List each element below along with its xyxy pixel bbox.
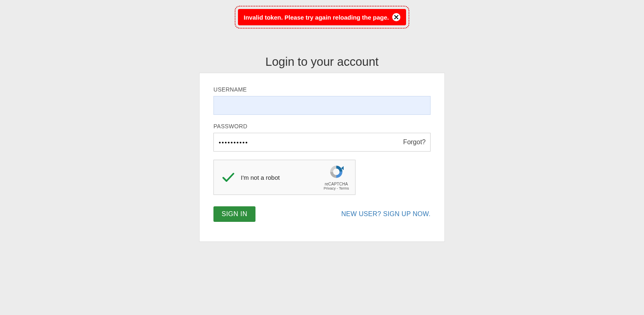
close-icon[interactable] — [392, 13, 400, 21]
username-field-block: USERNAME — [213, 86, 431, 115]
checkmark-icon — [214, 170, 241, 184]
recaptcha-widget[interactable]: I'm not a robot reCAPTCHA Privacy - Term… — [213, 160, 355, 195]
action-row: SIGN IN NEW USER? SIGN UP NOW. — [213, 206, 431, 222]
password-label: PASSWORD — [213, 123, 431, 130]
recaptcha-terms-link[interactable]: Terms — [339, 186, 349, 190]
recaptcha-label: I'm not a robot — [241, 174, 280, 181]
error-toast-container: Invalid token. Please try again reloadin… — [235, 6, 409, 29]
recaptcha-icon — [329, 174, 344, 181]
recaptcha-privacy-link[interactable]: Privacy — [324, 186, 336, 190]
username-label: USERNAME — [213, 86, 431, 93]
recaptcha-brand-text: reCAPTCHA — [322, 182, 351, 186]
password-input-wrap: Forgot? — [213, 133, 431, 152]
error-toast-message: Invalid token. Please try again reloadin… — [244, 14, 389, 21]
password-field-block: PASSWORD Forgot? — [213, 123, 431, 152]
password-input[interactable] — [213, 133, 431, 152]
username-input[interactable] — [213, 96, 431, 115]
login-card: USERNAME PASSWORD Forgot? I'm not a robo… — [199, 73, 445, 242]
page-title: Login to your account — [265, 55, 378, 69]
sign-in-button[interactable]: SIGN IN — [213, 206, 255, 222]
recaptcha-legal: Privacy - Terms — [322, 186, 351, 190]
recaptcha-branding: reCAPTCHA Privacy - Terms — [322, 165, 351, 190]
forgot-link[interactable]: Forgot? — [403, 139, 426, 146]
error-toast: Invalid token. Please try again reloadin… — [238, 9, 406, 25]
sign-up-link[interactable]: NEW USER? SIGN UP NOW. — [341, 210, 431, 218]
